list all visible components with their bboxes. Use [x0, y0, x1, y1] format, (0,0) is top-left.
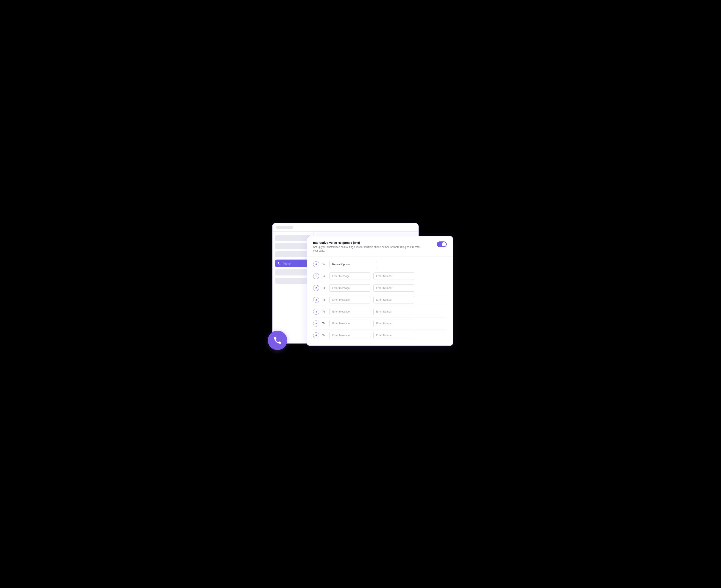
phone-sidebar-icon — [278, 262, 281, 265]
ivr-to-label-5: To — [322, 322, 327, 325]
ivr-badge-1: 1 — [313, 273, 319, 279]
ivr-message-input-3[interactable] — [329, 296, 370, 303]
sidebar-item-5[interactable] — [275, 270, 311, 275]
ivr-message-input-4[interactable] — [329, 308, 370, 315]
sidebar-item-phone[interactable]: Phone — [275, 259, 311, 267]
ivr-to-label-6: To — [322, 334, 327, 337]
ivr-message-input-1[interactable] — [329, 272, 370, 280]
main-card: Interactive Voice Response (IVR) Set up … — [307, 236, 453, 346]
ivr-badge-6: 6 — [313, 332, 319, 338]
topbar-pill — [276, 226, 293, 229]
ivr-row-3: 3 To — [313, 294, 447, 306]
card-body: 0 To 1 To 2 To 3 To — [307, 257, 453, 345]
phone-icon — [273, 336, 282, 345]
ivr-number-input-5[interactable] — [373, 320, 414, 327]
ivr-to-label-2: To — [322, 287, 327, 290]
ivr-message-input-6[interactable] — [329, 332, 370, 339]
scene: Phone Interactive Voice Response (IVR) I… — [268, 218, 453, 370]
ivr-number-input-3[interactable] — [373, 296, 414, 303]
ivr-row-1: 1 To — [313, 270, 447, 282]
ivr-to-label-0: To — [322, 263, 327, 266]
ivr-row-5: 5 To — [313, 318, 447, 330]
phone-bubble — [268, 331, 287, 350]
card-header: Interactive Voice Response (IVR) Set up … — [307, 236, 453, 257]
ivr-number-input-2[interactable] — [373, 284, 414, 292]
ivr-badge-2: 2 — [313, 285, 319, 291]
sidebar-item-2[interactable] — [275, 243, 311, 249]
ivr-to-label-3: To — [322, 298, 327, 301]
bg-topbar — [273, 223, 418, 232]
ivr-toggle[interactable] — [437, 241, 447, 247]
ivr-badge-5: 5 — [313, 320, 319, 327]
sidebar-item-3[interactable] — [275, 251, 311, 257]
ivr-row-2: 2 To — [313, 282, 447, 294]
ivr-message-input-5[interactable] — [329, 320, 370, 327]
ivr-badge-3: 3 — [313, 297, 319, 303]
ivr-row-0: 0 To — [313, 258, 447, 270]
ivr-badge-4: 4 — [313, 309, 319, 315]
ivr-to-label-4: To — [322, 310, 327, 313]
phone-label: Phone — [283, 262, 291, 265]
ivr-number-input-1[interactable] — [373, 272, 414, 280]
ivr-to-label-1: To — [322, 275, 327, 278]
ivr-row-4: 4 To — [313, 306, 447, 318]
header-text: Interactive Voice Response (IVR) Set up … — [313, 241, 425, 253]
ivr-row-6: 6 To — [313, 330, 447, 341]
sidebar-item-1[interactable] — [275, 235, 311, 241]
ivr-badge-0: 0 — [313, 261, 319, 267]
sidebar-item-6[interactable] — [275, 278, 311, 284]
ivr-number-input-4[interactable] — [373, 308, 414, 315]
ivr-message-input-0[interactable] — [329, 260, 377, 268]
card-title: Interactive Voice Response (IVR) — [313, 241, 425, 245]
card-description: Set up your customized call routing rule… — [313, 245, 425, 253]
ivr-message-input-2[interactable] — [329, 284, 370, 292]
ivr-number-input-6[interactable] — [373, 332, 414, 339]
